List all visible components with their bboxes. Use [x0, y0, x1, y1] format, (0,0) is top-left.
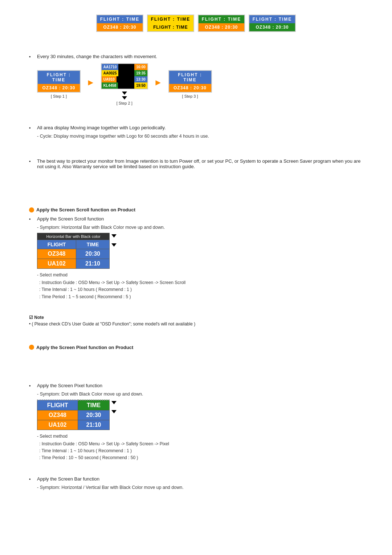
section3-bullet1: • Apply the Screen Bar function — [29, 476, 363, 482]
section1-method-line3: : Time Period : 1 ~ 5 second ( Recommend… — [37, 293, 363, 300]
step1-bottom: OZ348 : 20:30 — [38, 84, 80, 92]
section2-header: Apply the Screen Pixel function on Produ… — [29, 345, 363, 350]
bullet-text-2: All area display Moving image together w… — [37, 125, 166, 130]
card3-top: FLIGHT : TIME — [199, 15, 244, 23]
note-label: ☑ Note — [29, 315, 363, 320]
bullet-dot-2: • — [29, 125, 35, 131]
demo-header-text: Horizontal Bar with Black color — [37, 233, 110, 240]
steps-row: FLIGHT : TIME OZ348 : 20:30 [ Step 1 ] ►… — [37, 63, 363, 105]
step1-top: FLIGHT : TIME — [38, 71, 80, 84]
step1-card: FLIGHT : TIME OZ348 : 20:30 — [37, 70, 81, 93]
pixel-arrow-2 — [111, 410, 117, 413]
bullet-item-2: • All area display Moving image together… — [29, 125, 363, 131]
note-section: ☑ Note • ( Please check CD's User Guide … — [29, 315, 363, 327]
section2-method: - Select method : Instruction Guide : OS… — [37, 433, 363, 462]
bullet-dot-1: • — [29, 54, 35, 60]
scroll-arrow-1 — [111, 234, 117, 238]
step3-card: FLIGHT : TIME OZ348 : 20:30 — [168, 70, 212, 93]
bullet-dot-3: • — [29, 159, 35, 164]
section1-bullet1: • Apply the Screen Scroll function — [29, 216, 363, 222]
section3-bullet1-text: Apply the Screen Bar function — [37, 476, 99, 482]
pixel-demo-table-container: FLIGHT TIME OZ348 20:30 UA102 21:10 — [37, 400, 110, 430]
section1-method-title: - Select method — [37, 272, 363, 279]
section2-spacer — [29, 354, 363, 383]
section2-icon — [29, 345, 34, 350]
step-arrow-1: ► — [86, 77, 95, 88]
step2-block: AA1710 16:00 AA0025 19:35 UA910 13:30 KL… — [101, 63, 148, 105]
step3-label: [ Step 3 ] — [182, 94, 198, 98]
section1-bullet1-text: Apply the Screen Scroll function — [37, 216, 104, 222]
step1-label: [ Step 1 ] — [51, 94, 67, 98]
pixel-cell-time: TIME — [78, 400, 110, 410]
step2-row3: UA910 13:30 — [102, 76, 147, 82]
step2-cell-3: AA0025 — [102, 70, 119, 76]
demo-cell-ua: UA102 — [37, 259, 76, 269]
pixel-demo-table: FLIGHT TIME OZ348 20:30 UA102 21:10 — [37, 400, 110, 430]
scroll-demo-wrapper: Horizontal Bar with Black color FLIGHT T… — [37, 233, 363, 269]
pixel-arrow-1 — [111, 401, 117, 404]
step2-cell-4: 19:35 — [134, 70, 147, 76]
section3-content: • Apply the Screen Bar function - Sympto… — [29, 476, 363, 490]
section3-sub1: - Symptom: Horizontal / Vertical Bar wit… — [37, 485, 363, 490]
demo-row-oz348: OZ348 20:30 — [37, 249, 110, 259]
flight-card-2: FLIGHT : TIME FLIGHT : TIME — [147, 15, 194, 32]
pixel-row-header: FLIGHT TIME — [37, 400, 110, 410]
step2-arrow-up — [122, 92, 127, 95]
pixel-cell-flight: FLIGHT — [37, 400, 78, 410]
step2-row1: AA1710 16:00 — [102, 64, 147, 70]
note-text: • ( Please check CD's User Guide at "OSD… — [29, 321, 363, 327]
flight-card-3: FLIGHT : TIME OZ348 : 20:30 — [198, 15, 245, 32]
demo-row-ua102: UA102 21:10 — [37, 259, 110, 269]
section2-dot1: • — [29, 383, 35, 389]
section2-content: • Apply the Screen Pixel function - Symp… — [29, 383, 363, 462]
scroll-arrow-2 — [111, 243, 117, 247]
pixel-cell-oz-time: 20:30 — [78, 410, 110, 420]
step2-cell-7: KL4458 — [102, 82, 118, 89]
bullet-section-3: • The best way to protect your monitor f… — [29, 158, 363, 169]
bullet-sub-2: - Cycle: Display moving image together w… — [37, 134, 363, 139]
pixel-demo-wrapper: FLIGHT TIME OZ348 20:30 UA102 21:10 — [37, 400, 363, 430]
section2-method-line2: : Time Interval : 1 ~ 10 hours ( Recomme… — [37, 447, 363, 454]
step2-row4: KL4458 19:50 — [102, 82, 147, 89]
section1-content: • Apply the Screen Scroll function - Sym… — [29, 216, 363, 300]
demo-row-flight-header: FLIGHT TIME — [37, 240, 110, 249]
demo-cell-ua-time: 21:10 — [76, 259, 110, 269]
step1-block: FLIGHT : TIME OZ348 : 20:30 [ Step 1 ] — [37, 70, 81, 98]
section1-method-line2: : Time Interval : 1 ~ 10 hours ( Recomme… — [37, 286, 363, 293]
card3-bottom: OZ348 : 20:30 — [199, 23, 244, 31]
step2-card: AA1710 16:00 AA0025 19:35 UA910 13:30 KL… — [101, 63, 148, 89]
pixel-cell-oz: OZ348 — [37, 410, 78, 420]
bullet-item-1: • Every 30 minutes, change the character… — [29, 54, 363, 60]
section1-dot1: • — [29, 216, 35, 222]
section2-method-line3: : Time Period : 10 ~ 50 second ( Recomme… — [37, 454, 363, 461]
section1-header: Apply the Screen Scroll function on Prod… — [29, 207, 363, 212]
card1-bottom: OZ348 : 20:30 — [97, 23, 143, 31]
card1-top: FLIGHT : TIME — [97, 15, 143, 23]
section2-method-title: - Select method — [37, 433, 363, 440]
demo-cell-oz-time: 20:30 — [76, 249, 110, 259]
demo-cell-oz: OZ348 — [37, 249, 76, 259]
card4-bottom: OZ348 : 20:30 — [249, 23, 295, 31]
card2-bottom: FLIGHT : TIME — [148, 23, 193, 31]
flight-card-4: FLIGHT : TIME OZ348 : 20:30 — [249, 15, 296, 32]
demo-cell-flight: FLIGHT — [37, 240, 76, 249]
section1-method-line1: : Instruction Guide : OSD Menu -> Set Up… — [37, 279, 363, 286]
section2-method-line1: : Instruction Guide : OSD Menu -> Set Up… — [37, 441, 363, 447]
pixel-row-oz: OZ348 20:30 — [37, 410, 110, 420]
section1-sub1: - Symptom: Horizontal Bar with Black Col… — [37, 225, 363, 230]
scroll-demo-table: Horizontal Bar with Black color FLIGHT T… — [37, 233, 110, 269]
step-arrow-2: ► — [154, 77, 163, 88]
scroll-demo-table-container: Horizontal Bar with Black color FLIGHT T… — [37, 233, 110, 269]
section1-method: - Select method : Instruction Guide : OS… — [37, 272, 363, 300]
step2-cell-1: AA1710 — [102, 64, 119, 70]
pixel-cell-ua-time: 21:10 — [78, 420, 110, 430]
step3-top: FLIGHT : TIME — [169, 71, 211, 84]
step2-label: [ Step 2 ] — [117, 101, 132, 105]
section1-title: Apply the Screen Scroll function on Prod… — [36, 207, 135, 212]
step2-cell-5: UA910 — [102, 76, 117, 82]
step2-row2: AA0025 19:35 — [102, 70, 147, 76]
step2-cell-8: 19:50 — [134, 82, 147, 89]
step2-arrow-down — [122, 96, 127, 100]
bullet-text-1: Every 30 minutes, change the characters … — [37, 54, 157, 59]
step2-cell-6: 13:30 — [134, 76, 147, 82]
